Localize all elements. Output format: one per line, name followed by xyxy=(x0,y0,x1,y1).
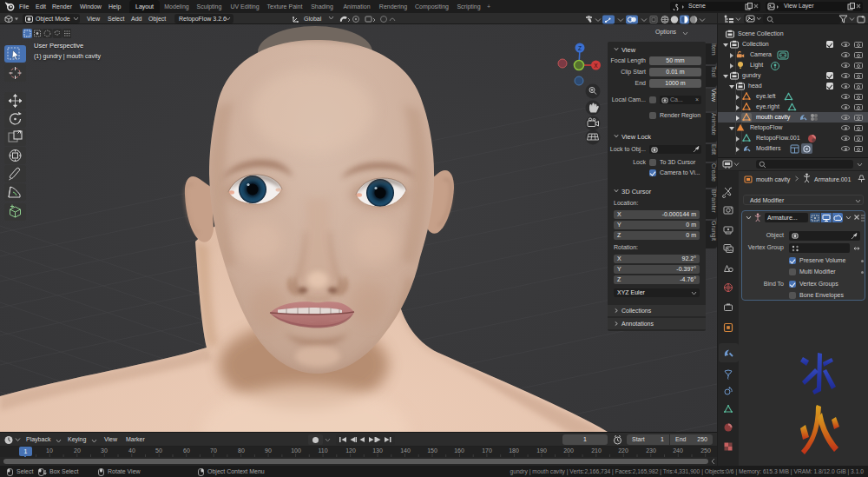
svg-text:Z: Z xyxy=(578,45,582,51)
svg-text:X: X xyxy=(594,63,598,69)
